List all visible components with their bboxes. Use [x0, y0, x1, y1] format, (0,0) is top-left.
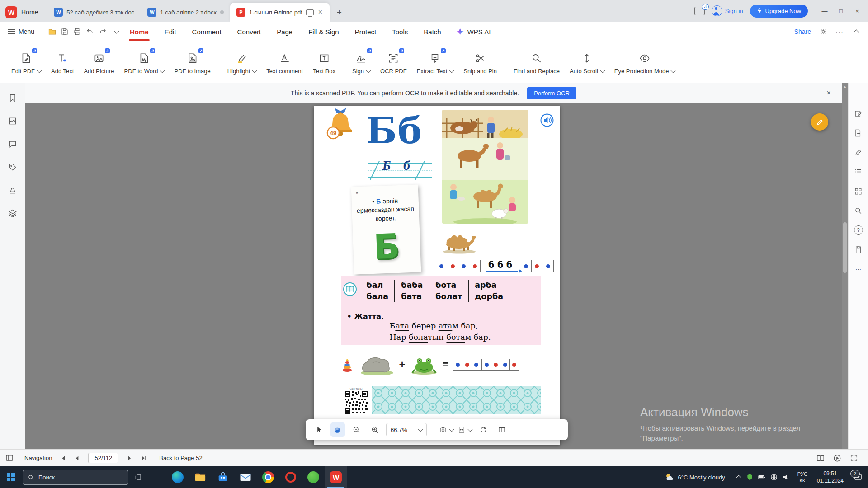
ribbon-pdf-to-word[interactable]: PDF to Word — [119, 51, 170, 75]
ribbon-text-comment[interactable]: Text comment — [261, 51, 308, 75]
save-button[interactable] — [58, 25, 71, 38]
hand-tool-button[interactable] — [330, 422, 345, 437]
start-button[interactable] — [0, 466, 22, 488]
clipboard-button[interactable] — [853, 244, 864, 255]
pointer-tool-button[interactable] — [312, 422, 326, 437]
tab-home[interactable]: W Home — [0, 3, 47, 22]
file-explorer-button[interactable] — [189, 466, 212, 488]
previous-page-button[interactable] — [74, 455, 81, 462]
close-button[interactable]: × — [849, 4, 865, 18]
print-button[interactable] — [71, 25, 84, 38]
ribbon-snip-and-pin[interactable]: Snip and Pin — [458, 51, 502, 75]
tab-ribbon-batch[interactable]: Batch — [423, 23, 442, 41]
tab-ribbon-tools[interactable]: Tools — [391, 23, 409, 41]
wps-app-button[interactable]: W — [325, 466, 347, 488]
thumbnails-panel-button[interactable] — [7, 115, 19, 127]
taskbar-search-input[interactable]: Поиск — [23, 470, 128, 485]
ribbon-edit-pdf[interactable]: Edit PDF — [6, 51, 46, 75]
clock[interactable]: 09:51 01.11.2024 — [812, 470, 848, 484]
perform-ocr-button[interactable]: Perform OCR — [527, 87, 576, 99]
first-page-button[interactable] — [59, 455, 66, 462]
ribbon-extract-text[interactable]: Extract Text — [412, 51, 459, 75]
next-page-button[interactable] — [126, 455, 133, 462]
open-folder-button[interactable] — [46, 25, 58, 38]
store-app-button[interactable] — [212, 466, 234, 488]
more-menu-icon[interactable]: ··· — [835, 28, 844, 36]
weather-widget[interactable]: 6°C Mostly cloudy — [658, 473, 731, 481]
grid-view-button[interactable] — [853, 186, 864, 197]
ribbon-eye-protection[interactable]: Eye Protection Mode — [609, 51, 680, 75]
redo-button[interactable] — [96, 25, 109, 38]
back-to-page-button[interactable]: Back to Page 52 — [159, 455, 202, 461]
new-tab-button[interactable]: + — [332, 6, 346, 19]
ribbon-add-text[interactable]: Add Text — [46, 51, 79, 75]
tab-ribbon-convert[interactable]: Convert — [236, 23, 262, 41]
tab-ribbon-home[interactable]: Home — [129, 23, 150, 41]
tags-panel-button[interactable] — [7, 161, 19, 173]
upgrade-now-button[interactable]: Upgrade Now — [750, 5, 808, 18]
more-tools-button[interactable]: ··· — [853, 263, 864, 274]
menu-button[interactable]: Menu — [5, 28, 38, 35]
sign-in-button[interactable]: Sign in — [712, 5, 743, 16]
help-button[interactable]: ? — [853, 225, 864, 235]
pen-annotate-button[interactable] — [853, 147, 864, 158]
edge-app-button[interactable] — [166, 466, 189, 488]
hide-panel-button[interactable] — [853, 89, 864, 99]
read-mode-button[interactable] — [495, 422, 509, 437]
comments-panel-button[interactable] — [7, 138, 19, 150]
scrollbar-thumb[interactable] — [843, 222, 847, 273]
action-center-button[interactable]: 2 — [848, 466, 868, 488]
wps-ai-button[interactable]: WPS AI — [457, 28, 491, 36]
battery-tray-icon[interactable] — [756, 466, 768, 488]
tab-ribbon-comment[interactable]: Comment — [191, 23, 222, 41]
edit-note-button[interactable] — [853, 108, 864, 119]
ribbon-text-box[interactable]: Text Box — [308, 51, 340, 75]
fit-page-button[interactable] — [458, 422, 472, 437]
snapshot-tool-button[interactable] — [439, 422, 453, 437]
task-view-button[interactable] — [128, 466, 149, 488]
maximize-button[interactable]: □ — [833, 4, 849, 18]
play-presentation-button[interactable] — [833, 454, 841, 462]
ribbon-add-picture[interactable]: Add Picture — [79, 51, 119, 75]
tab-doc-1[interactable]: W 52 саб әдебиет 3 ток.doc — [47, 3, 141, 22]
undo-button[interactable] — [84, 25, 96, 38]
page-indicator[interactable]: 52/112 — [88, 453, 118, 463]
vertical-scrollbar[interactable]: ▲ — [842, 83, 848, 449]
tab-ribbon-edit[interactable]: Edit — [164, 23, 177, 41]
toolbar-dropdown[interactable] — [109, 25, 122, 38]
ribbon-ocr-pdf[interactable]: OCR PDF — [375, 51, 412, 75]
tab-ribbon-protect[interactable]: Protect — [354, 23, 377, 41]
tab-close-icon[interactable]: × — [317, 9, 323, 16]
opera-app-button[interactable] — [279, 466, 302, 488]
search-doc-button[interactable] — [853, 205, 864, 216]
navigation-panel-icon[interactable] — [5, 454, 14, 462]
export-doc-button[interactable] — [853, 127, 864, 138]
ribbon-find-and-replace[interactable]: Find and Replace — [509, 51, 565, 75]
network-tray-icon[interactable] — [768, 466, 780, 488]
tab-ribbon-page[interactable]: Page — [276, 23, 293, 41]
share-button[interactable]: Share — [794, 28, 811, 35]
rotate-page-button[interactable] — [476, 422, 491, 437]
mail-app-button[interactable] — [234, 466, 257, 488]
last-page-button[interactable] — [140, 455, 147, 462]
audio-speaker-icon[interactable] — [540, 113, 554, 127]
ribbon-auto-scroll[interactable]: Auto Scroll — [565, 51, 609, 75]
volume-tray-icon[interactable] — [780, 466, 793, 488]
tab-ribbon-fill-sign[interactable]: Fill & Sign — [307, 23, 340, 41]
gear-icon[interactable] — [819, 28, 827, 36]
ribbon-sign[interactable]: Sign — [347, 51, 375, 75]
zoom-in-button[interactable] — [368, 422, 382, 437]
tab-doc-active-pdf[interactable]: P 1-сынып Әліппе.pdf × — [230, 3, 330, 22]
message-center-icon[interactable]: 3 — [694, 7, 705, 15]
chrome-app-button[interactable] — [257, 466, 279, 488]
minimize-button[interactable]: — — [816, 4, 833, 18]
zoom-level-select[interactable]: 66.7% — [386, 423, 427, 436]
notification-close-icon[interactable]: × — [826, 89, 831, 98]
language-indicator[interactable]: РУС КК — [793, 471, 812, 484]
green-browser-button[interactable] — [302, 466, 325, 488]
collapse-ribbon-icon[interactable] — [854, 29, 859, 34]
signature-panel-button[interactable] — [7, 184, 19, 196]
ribbon-pdf-to-image[interactable]: PDF to Image — [169, 51, 215, 75]
layers-panel-button[interactable] — [7, 207, 19, 219]
outline-list-button[interactable] — [853, 166, 864, 177]
